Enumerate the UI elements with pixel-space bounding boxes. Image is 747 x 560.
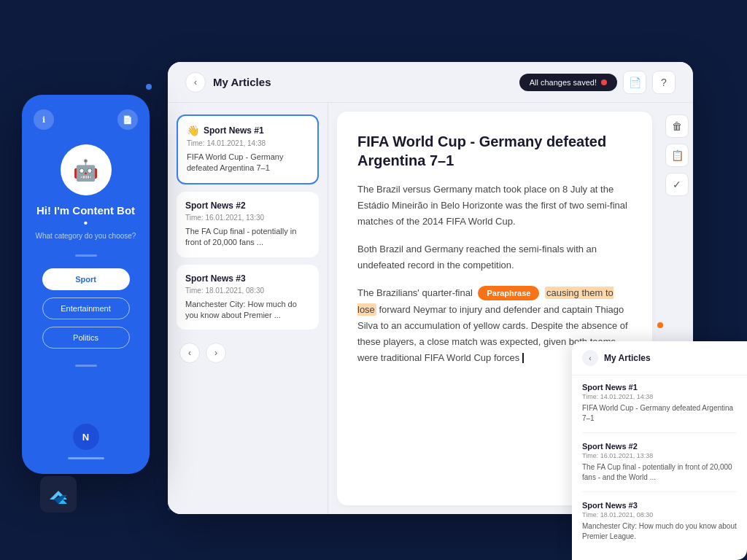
article-paragraph-1: The Brazil versus Germany match took pla… xyxy=(357,182,632,230)
phone-nav-avatar[interactable]: N xyxy=(73,424,99,450)
orange-dot xyxy=(657,322,663,328)
phone-info-icon[interactable]: ℹ xyxy=(34,109,54,130)
copy-button[interactable]: 📋 xyxy=(665,144,689,167)
phone-entertainment-button[interactable]: Entertainment xyxy=(42,298,130,319)
prev-page-button[interactable]: ‹ xyxy=(179,343,200,363)
phone-greeting: Hi! I'm Content Bot • xyxy=(34,204,138,229)
article-excerpt-1: FIFA World Cup - Germany defeated Argent… xyxy=(187,152,309,174)
text-cursor xyxy=(522,353,524,363)
secondary-article-title-1: Sport News #1 xyxy=(582,383,737,392)
article-card-header-1: 👋 Sport News #1 xyxy=(187,125,309,136)
article-excerpt-2: The FA Cup final - potentially in front … xyxy=(185,226,310,249)
article-title-1: Sport News #1 xyxy=(204,125,264,136)
blue-dot xyxy=(146,84,152,90)
phone-sport-button[interactable]: Sport xyxy=(42,268,130,290)
phone-mockup: ℹ 📄 🤖 Hi! I'm Content Bot • What categor… xyxy=(22,95,150,474)
phone-politics-button[interactable]: Politics xyxy=(42,327,130,349)
saved-dot xyxy=(601,79,607,85)
bot-avatar: 🤖 xyxy=(61,144,112,195)
article-excerpt-3: Manchester City: How much do you know ab… xyxy=(185,299,310,322)
secondary-article-text-3: Manchester City: How much do you know ab… xyxy=(582,521,737,542)
secondary-article-text-2: The FA Cup final - potentially in front … xyxy=(582,462,737,483)
secondary-article-title-3: Sport News #3 xyxy=(582,501,737,510)
phone-bottom-line xyxy=(68,457,104,459)
secondary-article-text-1: FIFA World Cup - Germany defeated Argent… xyxy=(582,403,737,424)
secondary-content: Sport News #1 Time: 14.01.2021, 14:38 FI… xyxy=(572,376,747,560)
header-title: My Articles xyxy=(213,76,271,88)
saved-badge: All changes saved! xyxy=(519,74,617,91)
delete-button[interactable]: 🗑 xyxy=(665,114,689,138)
secondary-article-time-3: Time: 18.01.2021, 08:30 xyxy=(582,511,737,518)
article-card-header-3: Sport News #3 xyxy=(185,273,310,284)
phone-bottom-divider xyxy=(75,365,97,367)
para3-before: The Brazilians' quarter-final xyxy=(357,287,475,298)
pagination: ‹ › xyxy=(177,337,319,363)
next-page-button[interactable]: › xyxy=(206,343,226,363)
flutter-logo xyxy=(40,476,77,513)
article-body-title: FIFA World Cup - Germany defeated Argent… xyxy=(357,132,632,170)
phone-top-icons: ℹ 📄 xyxy=(34,109,138,130)
article-title-2: Sport News #2 xyxy=(185,201,246,211)
secondary-article-title-2: Sport News #2 xyxy=(582,442,737,451)
back-button[interactable]: ‹ xyxy=(185,72,206,93)
article-time-3: Time: 18.01.2021, 08:30 xyxy=(185,287,310,295)
secondary-header: ‹ My Articles xyxy=(572,341,747,376)
phone-doc-icon[interactable]: 📄 xyxy=(117,109,138,130)
secondary-panel: ‹ My Articles Sport News #1 Time: 14.01.… xyxy=(572,341,747,560)
article-emoji-1: 👋 xyxy=(187,125,199,136)
article-card-2[interactable]: Sport News #2 Time: 16.01.2021, 13:30 Th… xyxy=(177,192,319,257)
article-paragraph-2: Both Brazil and Germany reached the semi… xyxy=(357,241,632,273)
saved-text: All changes saved! xyxy=(530,78,597,87)
header-info-button[interactable]: ? xyxy=(652,71,676,94)
header-doc-button[interactable]: 📄 xyxy=(623,71,646,94)
secondary-article-time-2: Time: 16.01.2021, 13:38 xyxy=(582,452,737,459)
secondary-article-2[interactable]: Sport News #2 Time: 16.01.2021, 13:38 Th… xyxy=(582,442,737,492)
article-title-3: Sport News #3 xyxy=(185,273,246,284)
article-time-2: Time: 16.01.2021, 13:30 xyxy=(185,214,310,222)
secondary-article-3[interactable]: Sport News #3 Time: 18.01.2021, 08:30 Ma… xyxy=(582,501,737,551)
secondary-article-time-1: Time: 14.01.2021, 14:38 xyxy=(582,393,737,400)
article-card-header-2: Sport News #2 xyxy=(185,201,310,211)
phone-divider xyxy=(75,254,97,257)
articles-sidebar: 👋 Sport News #1 Time: 14.01.2021, 14:38 … xyxy=(168,103,328,514)
secondary-title: My Articles xyxy=(604,353,651,363)
article-card-1[interactable]: 👋 Sport News #1 Time: 14.01.2021, 14:38 … xyxy=(177,114,319,184)
article-time-1: Time: 14.01.2021, 14:38 xyxy=(187,139,309,147)
check-button[interactable]: ✓ xyxy=(665,173,689,196)
desktop-header: ‹ My Articles All changes saved! 📄 ? xyxy=(168,62,693,103)
secondary-back-button[interactable]: ‹ xyxy=(582,350,598,366)
secondary-article-1[interactable]: Sport News #1 Time: 14.01.2021, 14:38 FI… xyxy=(582,383,737,433)
article-card-3[interactable]: Sport News #3 Time: 18.01.2021, 08:30 Ma… xyxy=(177,265,319,330)
phone-subtitle: What category do you choose? xyxy=(36,232,136,240)
paraphrase-button[interactable]: Paraphrase xyxy=(478,286,539,300)
